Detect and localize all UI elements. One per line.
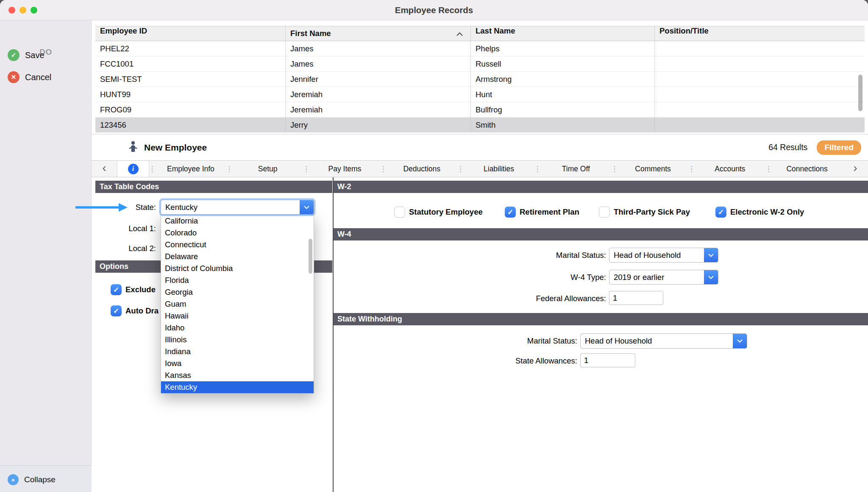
tab-info-selected[interactable]: i xyxy=(117,161,149,177)
exclude-checkbox-group: Exclude xyxy=(111,284,156,295)
tab-connections[interactable]: Connections xyxy=(771,161,843,177)
cancel-x-icon: ✕ xyxy=(8,71,19,83)
collapse-chevrons-icon: « xyxy=(8,474,19,485)
state-option[interactable]: Georgia xyxy=(161,286,314,298)
cell-last-name: Armstrong xyxy=(470,72,654,87)
tab-employee-info[interactable]: Employee Info xyxy=(155,161,226,177)
table-row[interactable]: FROG09 Jeremiah Bullfrog xyxy=(95,102,865,117)
cell-employee-id: HUNT99 xyxy=(95,87,285,102)
statutory-employee-checkbox[interactable] xyxy=(394,207,405,218)
column-header-first-name[interactable]: First Name xyxy=(285,26,470,41)
cell-position xyxy=(654,41,865,56)
tab-liabilities[interactable]: Liabilities xyxy=(463,161,534,177)
state-option[interactable]: Hawaii xyxy=(161,310,314,322)
cancel-button[interactable]: ✕ Cancel xyxy=(8,71,51,84)
state-marital-status-select[interactable]: Head of Household xyxy=(580,333,747,349)
exclude-checkbox[interactable] xyxy=(111,284,122,295)
state-select[interactable]: Kentucky xyxy=(161,200,314,215)
cell-position xyxy=(654,117,865,132)
cell-position xyxy=(654,102,865,117)
table-row[interactable]: FCC1001 James Russell xyxy=(95,56,865,72)
tab-deductions[interactable]: Deductions xyxy=(386,161,457,177)
cell-employee-id: FCC1001 xyxy=(95,56,285,71)
cell-first-name: James xyxy=(285,56,470,71)
tabs-scroll-right-button[interactable]: › xyxy=(843,161,868,177)
retirement-plan-checkbox-group: Retirement Plan xyxy=(505,207,579,218)
tax-table-codes-header: Tax Table Codes xyxy=(95,181,332,193)
save-button[interactable]: ✓ Save xyxy=(8,49,45,62)
column-header-last-name[interactable]: Last Name xyxy=(470,26,654,41)
state-option[interactable]: Delaware xyxy=(161,251,314,263)
tab-separator-icon: ⋮ xyxy=(688,161,694,177)
collapse-button[interactable]: « Collapse xyxy=(8,473,56,486)
list-scrollbar-thumb[interactable] xyxy=(309,239,312,274)
tab-separator-icon: ⋮ xyxy=(612,161,618,177)
tab-pay-items[interactable]: Pay Items xyxy=(309,161,381,177)
table-row[interactable]: SEMI-TEST Jennifer Armstrong xyxy=(95,72,865,87)
electronic-w2-only-checkbox[interactable] xyxy=(715,207,726,218)
save-check-icon: ✓ xyxy=(8,49,19,61)
table-row-selected[interactable]: 123456 Jerry Smith xyxy=(95,117,865,133)
third-party-sick-pay-checkbox[interactable] xyxy=(599,207,610,218)
table-scrollbar-thumb[interactable] xyxy=(858,75,862,111)
tab-separator-icon: ⋮ xyxy=(149,161,155,177)
chevron-down-icon xyxy=(704,270,718,284)
retirement-plan-checkbox[interactable] xyxy=(505,207,516,218)
tabs-scroll-left-button[interactable]: ‹ xyxy=(92,161,117,177)
auto-draw-checkbox[interactable] xyxy=(111,305,122,316)
state-option[interactable]: District of Columbia xyxy=(161,263,314,274)
state-option[interactable]: California xyxy=(161,215,314,227)
state-option[interactable]: Guam xyxy=(161,298,314,310)
table-row[interactable]: HUNT99 Jeremiah Hunt xyxy=(95,87,865,102)
federal-allowances-input[interactable] xyxy=(609,291,663,305)
collapse-strip: « Collapse xyxy=(0,465,92,492)
title-bar: Employee Records xyxy=(0,0,868,20)
exclude-label: Exclude xyxy=(125,285,156,294)
cell-position xyxy=(654,72,865,87)
state-allowances-label: State Allowances: xyxy=(450,356,577,366)
tab-separator-icon: ⋮ xyxy=(765,161,771,177)
state-option[interactable]: Idaho xyxy=(161,322,314,334)
w4-type-select[interactable]: 2019 or earlier xyxy=(609,270,718,285)
state-option[interactable]: Illinois xyxy=(161,334,314,346)
column-header-employee-id[interactable]: Employee ID xyxy=(95,26,285,41)
collapse-label: Collapse xyxy=(24,475,56,484)
marital-status-label: Marital Status: xyxy=(479,251,606,260)
chevron-down-icon xyxy=(300,200,314,214)
tab-comments[interactable]: Comments xyxy=(618,161,689,177)
person-icon xyxy=(128,141,138,154)
statutory-employee-label: Statutory Employee xyxy=(409,207,483,217)
tab-bar: ‹ i ⋮ Employee Info ⋮ Setup ⋮ Pay Items … xyxy=(92,161,868,177)
electronic-w2-only-label: Electronic W-2 Only xyxy=(730,207,804,217)
column-header-label: First Name xyxy=(290,29,331,38)
state-marital-status-value: Head of Household xyxy=(585,334,652,348)
federal-allowances-label: Federal Allowances: xyxy=(479,294,606,303)
column-header-position[interactable]: Position/Title xyxy=(654,26,865,41)
state-option-highlighted[interactable]: Kentucky xyxy=(161,381,314,393)
tab-accounts[interactable]: Accounts xyxy=(694,161,765,177)
state-option[interactable]: Kansas xyxy=(161,369,314,381)
state-option[interactable]: Florida xyxy=(161,274,314,286)
auto-draw-label: Auto Dra xyxy=(125,306,159,316)
state-option[interactable]: Indiana xyxy=(161,346,314,358)
sort-ascending-icon xyxy=(456,29,463,38)
filtered-badge[interactable]: Filtered xyxy=(817,140,861,155)
table-header-row: Employee ID First Name Last Name Positio… xyxy=(95,26,865,41)
state-option[interactable]: Iowa xyxy=(161,358,314,369)
tab-separator-icon: ⋮ xyxy=(303,161,309,177)
employee-table: Employee ID First Name Last Name Positio… xyxy=(95,26,865,133)
cell-last-name: Phelps xyxy=(470,41,654,56)
tab-time-off[interactable]: Time Off xyxy=(540,161,612,177)
chevron-down-icon xyxy=(733,334,747,348)
state-allowances-input[interactable] xyxy=(580,353,635,367)
table-row[interactable]: PHEL22 James Phelps xyxy=(95,41,865,56)
cell-employee-id: FROG09 xyxy=(95,102,285,117)
pointer-arrow-icon xyxy=(75,201,129,215)
tab-setup[interactable]: Setup xyxy=(232,161,303,177)
state-marital-status-label: Marital Status: xyxy=(450,336,577,346)
w4-header: W-4 xyxy=(333,228,868,240)
marital-status-select[interactable]: Head of Household xyxy=(609,248,718,263)
tab-separator-icon: ⋮ xyxy=(226,161,232,177)
state-option[interactable]: Colorado xyxy=(161,227,314,239)
state-option[interactable]: Connecticut xyxy=(161,239,314,251)
